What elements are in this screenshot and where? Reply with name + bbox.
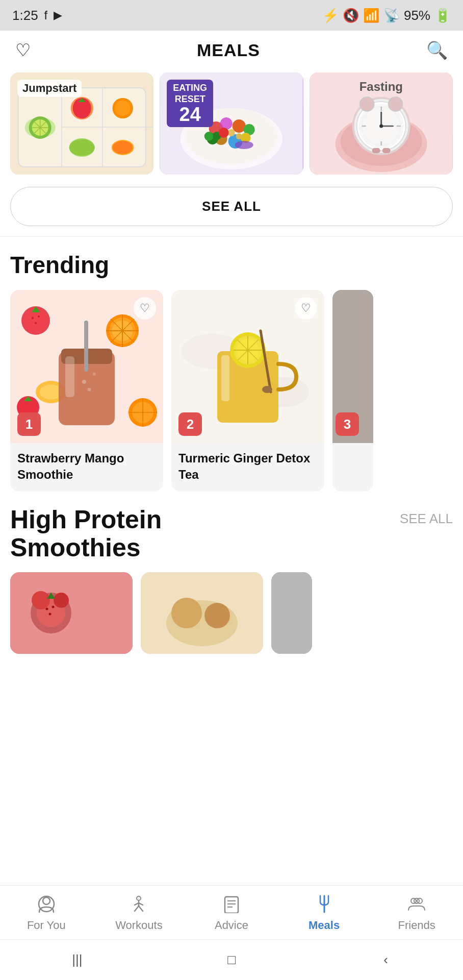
high-protein-section: High Protein Smoothies SEE ALL: [0, 506, 463, 766]
signal-icon: 📡: [383, 8, 400, 23]
jumpstart-label: Jumpstart: [17, 80, 82, 97]
advice-label: Advice: [215, 919, 248, 932]
protein-section-title: High Protein Smoothies: [10, 506, 400, 562]
protein-section-header: High Protein Smoothies SEE ALL: [10, 506, 453, 562]
rank-number-3: 3: [344, 416, 351, 432]
trending-title: Trending: [10, 251, 453, 279]
mute-icon: 🔇: [343, 8, 359, 23]
svg-point-28: [233, 119, 246, 133]
nav-item-friends[interactable]: Friends: [386, 895, 447, 932]
svg-rect-125: [225, 897, 238, 913]
svg-point-21: [69, 139, 95, 156]
see-all-button[interactable]: SEE ALL: [10, 187, 453, 226]
svg-point-114: [171, 598, 202, 628]
svg-rect-82: [65, 356, 74, 397]
heart-icon-2: ♡: [301, 302, 311, 315]
protein-card-1-image: [10, 572, 133, 654]
protein-card-3[interactable]: [271, 572, 312, 654]
for-you-icon: [37, 895, 56, 916]
svg-point-84: [93, 373, 96, 376]
svg-point-108: [46, 607, 48, 610]
home-icon: □: [227, 952, 236, 968]
svg-rect-57: [382, 148, 390, 153]
workouts-label: Workouts: [115, 919, 163, 932]
status-time: 1:25 f ▶: [12, 8, 62, 23]
svg-point-61: [32, 317, 34, 319]
trending-card-title-1: Strawberry Mango Smoothie: [10, 443, 163, 492]
favorite-btn-1[interactable]: ♡: [134, 297, 156, 320]
svg-point-36: [228, 129, 235, 136]
rank-badge-1: 1: [17, 412, 41, 436]
favorite-btn-2[interactable]: ♡: [295, 297, 317, 320]
heart-icon-1: ♡: [140, 302, 150, 315]
trending-card-1[interactable]: ♡ 1 Strawberry Mango Smoothie: [10, 290, 163, 492]
friends-icon: [407, 895, 426, 916]
heart-icon: ♡: [15, 40, 31, 60]
meals-label: Meals: [308, 919, 340, 932]
status-icons: ⚡ 🔇 📶 📡 95% 🔋: [322, 8, 451, 23]
wifi-icon: 📶: [363, 8, 379, 23]
android-menu-button[interactable]: |||: [62, 945, 92, 975]
svg-point-83: [82, 380, 86, 384]
svg-point-63: [35, 322, 37, 324]
svg-point-39: [235, 141, 253, 149]
svg-point-22: [113, 141, 133, 154]
svg-rect-86: [84, 321, 88, 372]
nav-item-meals[interactable]: Meals: [294, 895, 355, 932]
svg-point-34: [204, 132, 214, 141]
protein-card-2[interactable]: [141, 572, 263, 654]
nav-item-workouts[interactable]: Workouts: [108, 895, 169, 932]
protein-card-2-image: [141, 572, 263, 654]
svg-point-117: [43, 897, 50, 904]
svg-point-100: [262, 386, 272, 393]
video-icon: ▶: [54, 9, 62, 22]
protein-cards-row: [10, 572, 453, 654]
android-home-button[interactable]: □: [216, 945, 247, 975]
battery-display: 95%: [404, 8, 430, 23]
svg-line-121: [135, 906, 139, 911]
svg-point-38: [219, 128, 229, 138]
rank-number-2: 2: [187, 416, 194, 432]
time-display: 1:25: [12, 8, 38, 23]
category-card-eating-reset[interactable]: EATING RESET 24: [160, 72, 303, 175]
page-header: ♡ MEALS 🔍: [0, 31, 463, 67]
nav-item-for-you[interactable]: For You: [16, 895, 77, 932]
menu-icon: |||: [72, 952, 82, 968]
svg-point-85: [88, 388, 91, 391]
meals-icon: [315, 895, 333, 916]
category-card-fasting[interactable]: Fasting: [310, 72, 453, 175]
svg-point-60: [25, 310, 46, 331]
protein-title-line2: Smoothies: [10, 534, 400, 562]
for-you-label: For You: [27, 919, 66, 932]
protein-see-all-link[interactable]: SEE ALL: [400, 506, 453, 527]
svg-line-122: [139, 906, 143, 911]
fb-icon: f: [44, 8, 48, 22]
svg-point-53: [379, 125, 383, 128]
advice-icon: [222, 895, 241, 916]
android-navigation: ||| □ ‹: [0, 939, 463, 980]
battery-icon: 🔋: [434, 8, 451, 23]
eating-reset-number: 24: [173, 105, 207, 124]
third-card-image: 3: [332, 290, 373, 443]
status-bar: 1:25 f ▶ ⚡ 🔇 📶 📡 95% 🔋: [0, 0, 463, 31]
bluetooth-icon: ⚡: [322, 8, 339, 23]
svg-point-37: [236, 133, 242, 139]
svg-point-115: [204, 603, 230, 628]
protein-card-3-image: [271, 572, 312, 654]
nav-item-advice[interactable]: Advice: [201, 895, 262, 932]
svg-point-54: [359, 97, 374, 111]
favorites-button[interactable]: ♡: [15, 40, 31, 60]
trending-card-2[interactable]: ♡ 2 Turmeric Ginger Detox Tea: [171, 290, 324, 492]
smoothie-image: ♡ 1: [10, 290, 163, 443]
category-card-jumpstart[interactable]: Jumpstart: [10, 72, 153, 175]
protein-title-line1: High Protein: [10, 506, 400, 534]
trending-card-3[interactable]: 3: [332, 290, 373, 492]
svg-point-55: [388, 97, 402, 111]
android-back-button[interactable]: ‹: [371, 945, 401, 975]
search-button[interactable]: 🔍: [426, 40, 448, 60]
protein-card-1[interactable]: [10, 572, 133, 654]
svg-point-20: [115, 101, 131, 116]
back-icon: ‹: [383, 952, 388, 968]
section-divider: [0, 236, 463, 237]
category-cards-row: Jumpstart: [0, 67, 463, 182]
